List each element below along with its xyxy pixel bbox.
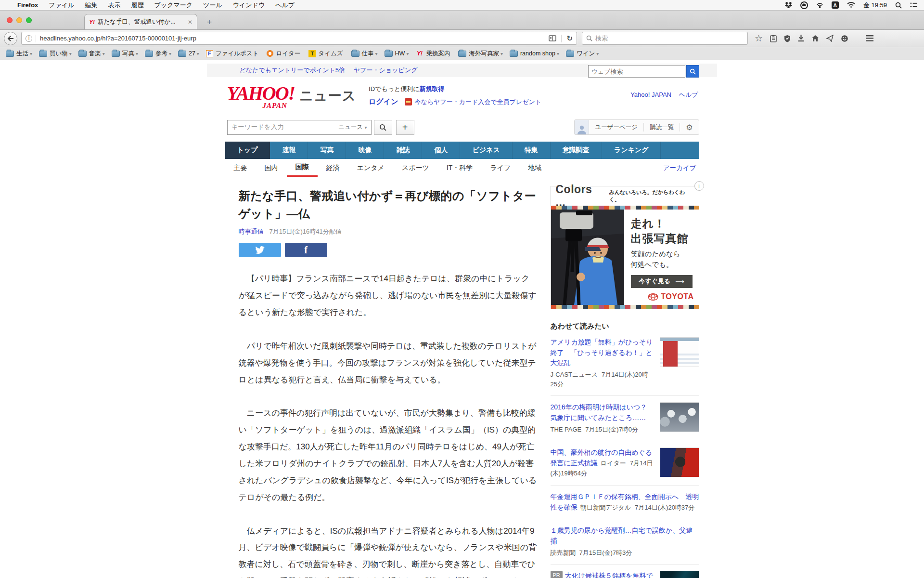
news-search-button[interactable] [374,120,392,135]
web-search-button[interactable] [686,65,699,78]
bookmark-item[interactable]: ワイン [566,50,599,58]
minimize-window-button[interactable] [16,17,22,23]
dropbox-icon[interactable] [785,1,792,9]
main-nav-tab[interactable]: 特集 [513,142,551,159]
shield-icon[interactable] [784,35,791,42]
related-news-link[interactable]: １歳男児の尿から覚醒剤…自宅で誤飲か、父逮捕 [551,526,693,545]
sub-nav-tab[interactable]: 経済 [318,159,348,177]
menu-view[interactable]: 表示 [108,1,121,10]
related-news-item[interactable]: PR大化け候補株５銘柄を無料で提供！業界実績１０年以上のアナリストが厳選！次に来… [551,565,699,578]
sub-nav-tab[interactable]: 国際 [287,159,318,177]
article-source-link[interactable]: 時事通信 [239,227,264,236]
bookmark-item[interactable]: random shop [510,50,559,57]
related-news-item[interactable]: 2016年の梅雨明け時期はいつ？ 気象庁に聞いてみたところ……THE PAGE7… [551,396,699,441]
reader-mode-icon[interactable] [549,35,556,41]
main-nav-tab[interactable]: 映像 [346,142,384,159]
sub-nav-tab[interactable]: 主要 [225,159,256,177]
hamburger-menu-icon[interactable] [866,35,873,41]
wifi-icon[interactable] [847,1,855,9]
menu-help[interactable]: ヘルプ [275,1,295,10]
help-link[interactable]: ヘルプ [679,91,698,98]
new-tab-button[interactable]: + [203,17,216,27]
twitter-share-button[interactable] [239,243,281,257]
main-nav-tab[interactable]: 個人 [422,142,460,159]
promo-link-shopping[interactable]: ヤフー・ショッピング [354,66,417,75]
close-window-button[interactable] [7,17,13,23]
related-news-link[interactable]: 大化け候補株５銘柄を無料で提供！業界実績１０年以上のアナリストが厳選！次に来る大… [551,572,653,578]
bookmark-item[interactable]: Y! 乗換案内 [415,50,451,58]
reload-icon[interactable]: ↻ [566,34,573,43]
card-promo-link[interactable]: 今ならヤフー・カード入会で全員プレゼント [414,98,541,106]
bookmark-item[interactable]: HW [385,50,409,57]
yahoo-japan-link[interactable]: Yahoo! JAPAN [630,91,671,98]
bookmark-item[interactable]: 27 [178,50,199,57]
menu-file[interactable]: ファイル [49,1,74,10]
main-nav-tab[interactable]: 写真 [308,142,346,159]
bookmark-item[interactable]: 生活 [6,50,32,58]
bookmark-item[interactable]: 音楽 [78,50,105,58]
extension-smiley-icon[interactable] [841,35,848,42]
subscriptions-link[interactable]: 購読一覧 [644,123,680,131]
home-icon[interactable] [811,35,819,42]
input-source-icon[interactable]: A [832,1,839,9]
downloads-icon[interactable] [798,35,804,42]
related-news-item[interactable]: １歳男児の尿から覚醒剤…自宅で誤飲か、父逮捕読売新聞7月15日(金)7時3分 [551,519,699,565]
spotlight-icon[interactable] [895,1,902,9]
main-nav-tab[interactable]: ランキング [602,142,661,159]
bookmark-item[interactable]: ロイター [267,50,302,58]
menu-history[interactable]: 履歴 [131,1,144,10]
bookmark-item[interactable]: 買い物 [39,50,72,58]
related-news-link[interactable]: 2016年の梅雨明け時期はいつ？ 気象庁に聞いてみたところ…… [551,403,654,421]
archive-link[interactable]: アーカイブ [663,164,696,172]
zoom-window-button[interactable] [26,17,32,23]
avatar[interactable] [575,120,589,134]
back-button[interactable] [4,32,17,45]
sub-nav-tab[interactable]: スポーツ [393,159,438,177]
hotspot-icon[interactable] [816,1,823,9]
add-search-tab-button[interactable]: + [396,120,414,135]
bookmark-item[interactable]: 写真 [112,50,138,58]
menu-edit[interactable]: 編集 [85,1,98,10]
search-scope-dropdown[interactable]: ニュース [338,123,367,131]
sub-nav-tab[interactable]: IT・科学 [438,159,481,177]
main-nav-tab[interactable]: 速報 [270,142,308,159]
sub-nav-tab[interactable]: 地域 [519,159,550,177]
browser-tab[interactable]: Y! 新たな手口、警戒追い付か... ✕ [84,14,197,29]
related-news-link[interactable]: アメリカ放題「無料」がひっそり終了 「ひっそり過ぎるわ！」と大混乱 [551,338,653,367]
related-news-item[interactable]: 年金運用ＧＰＩＦの保有銘柄、全面開示へ 透明性を確保朝日新聞デジタル7月14日(… [551,486,699,519]
menubar-app-name[interactable]: Firefox [17,1,38,9]
creative-cloud-icon[interactable] [800,1,808,9]
gear-icon[interactable]: ⚙ [680,123,698,132]
site-info-icon[interactable]: i [26,35,32,42]
toyota-ad[interactable]: i Colors ... みんないろいろ。だからわくわく。 [551,186,699,309]
notification-center-icon[interactable] [910,1,917,9]
related-news-item[interactable]: アメリカ放題「無料」がひっそり終了 「ひっそり過ぎるわ！」と大混乱J-CASTニ… [551,331,699,396]
menubar-clock[interactable]: 金 19:59 [863,1,887,10]
promo-link[interactable]: どなたでもエントリーでポイント5倍 [240,66,346,75]
ad-cta-button[interactable]: 今すぐ見る⟶ [631,275,693,288]
menu-bookmarks[interactable]: ブックマーク [154,1,193,10]
related-news-item[interactable]: 中国、豪外相の航行の自由めぐる発言に正式抗議ロイター7月14日(木)19時54分 [551,441,699,486]
main-nav-tab[interactable]: 雑誌 [384,142,422,159]
id-signup-link[interactable]: 新規取得 [420,85,445,92]
web-search-input[interactable] [588,65,685,78]
bookmark-item[interactable]: T タイムズ [308,50,344,58]
facebook-share-button[interactable]: f [285,243,327,257]
main-nav-tab[interactable]: ビジネス [460,142,512,159]
yahoo-news-logo[interactable]: YAHOO! JAPAN ニュース [227,84,357,105]
tab-close-icon[interactable]: ✕ [188,19,192,26]
main-nav-tab[interactable]: 意識調査 [551,142,602,159]
bookmark-item[interactable]: 海外写真家 [458,50,503,58]
sub-nav-tab[interactable]: 国内 [256,159,287,177]
sub-nav-tab[interactable]: エンタメ [348,159,393,177]
menu-window[interactable]: ウインドウ [233,1,265,10]
url-bar[interactable]: i headlines.yahoo.co.jp/hl?a=20160715-00… [21,32,577,45]
bookmark-item[interactable]: 仕事 [351,50,378,58]
menu-tools[interactable]: ツール [203,1,222,10]
news-search-field[interactable]: キーワードを入力 ニュース [227,120,372,135]
main-nav-tab[interactable]: トップ [225,142,270,159]
browser-search-field[interactable]: 検索 [582,32,748,45]
bookmark-item[interactable]: 参考 [145,50,171,58]
bookmark-star-icon[interactable]: ☆ [755,33,763,44]
sub-nav-tab[interactable]: ライフ [481,159,519,177]
